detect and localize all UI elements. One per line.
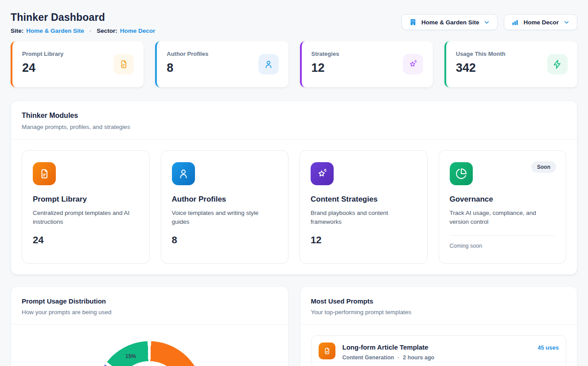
module-card-prompt-library[interactable]: Prompt Library Centralized prompt templa… (22, 150, 150, 264)
sparkle-star-icon (403, 54, 423, 74)
module-card-author-profiles[interactable]: Author Profiles Voice templates and writ… (161, 150, 289, 264)
module-count: 12 (311, 234, 417, 246)
most-used-prompts-card: Most Used Prompts Your top-performing pr… (300, 286, 578, 366)
stat-card-strategies: Strategies 12 (300, 41, 433, 87)
prompt-item-body: Long-form Article Template Content Gener… (343, 343, 435, 361)
coming-soon-text: Coming soon (450, 243, 556, 249)
chevron-down-icon (563, 19, 570, 26)
dashboard-page: Thinker Dashboard Site: Home & Garden Si… (0, 0, 588, 366)
usage-subtitle: How your prompts are being used (22, 309, 277, 315)
module-card-governance: Soon Governance Track AI usage, complian… (439, 150, 567, 264)
separator-dot: · (90, 27, 92, 34)
module-count: 8 (172, 234, 278, 246)
user-icon (258, 54, 279, 74)
prompt-time: 2 hours ago (403, 354, 434, 361)
module-description: Track AI usage, compliance, and version … (450, 209, 556, 227)
modules-panel-header: Thinker Modules Manage prompts, profiles… (11, 101, 577, 140)
usage-donut-chart: 15% (11, 325, 288, 366)
soon-badge: Soon (531, 161, 556, 173)
sector-selector-dropdown[interactable]: Home Decor (504, 14, 577, 30)
sector-label: Sector: (97, 27, 117, 34)
prompt-list: Long-form Article Template Content Gener… (300, 325, 577, 366)
donut-chart (96, 341, 203, 366)
modules-title: Thinker Modules (22, 112, 566, 120)
building-icon (409, 18, 417, 26)
breadcrumb: Site: Home & Garden Site · Sector: Home … (11, 27, 155, 34)
site-link[interactable]: Home & Garden Site (26, 27, 84, 34)
file-text-icon (319, 343, 335, 359)
header: Thinker Dashboard Site: Home & Garden Si… (11, 12, 577, 34)
stats-row: Prompt Library 24 Author Profiles 8 Stra… (11, 41, 577, 87)
site-selector-dropdown[interactable]: Home & Garden Site (401, 14, 498, 30)
prompt-uses-count: 45 uses (537, 344, 559, 351)
header-left: Thinker Dashboard Site: Home & Garden Si… (11, 12, 155, 34)
prompt-item-title: Long-form Article Template (343, 343, 435, 351)
divider (450, 235, 556, 236)
prompt-list-item[interactable]: Long-form Article Template Content Gener… (311, 335, 567, 366)
module-count: 24 (33, 234, 139, 246)
file-text-icon (113, 54, 134, 74)
stat-card-prompt-library: Prompt Library 24 (11, 41, 144, 87)
pie-chart-icon (450, 162, 473, 185)
site-label: Site: (11, 27, 23, 34)
file-text-icon (33, 162, 56, 185)
donut-hole (116, 361, 183, 366)
module-title: Prompt Library (33, 195, 139, 204)
donut-segment-label: 15% (125, 353, 136, 359)
stat-card-usage: Usage This Month 342 (444, 41, 577, 87)
stat-card-author-profiles: Author Profiles 8 (155, 41, 288, 87)
bottom-row: Prompt Usage Distribution How your promp… (11, 286, 577, 366)
module-title: Author Profiles (172, 195, 278, 204)
modules-panel: Thinker Modules Manage prompts, profiles… (11, 101, 577, 275)
module-title: Content Strategies (311, 195, 417, 204)
prompts-title: Most Used Prompts (311, 297, 567, 305)
bar-chart-icon (511, 19, 519, 26)
modules-subtitle: Manage prompts, profiles, and strategies (22, 124, 566, 130)
module-description: Centralized prompt templates and AI inst… (33, 209, 139, 227)
sector-link[interactable]: Home Decor (120, 27, 156, 34)
separator-dot: · (397, 354, 399, 361)
module-card-content-strategies[interactable]: Content Strategies Brand playbooks and c… (300, 150, 428, 264)
chevron-down-icon (483, 19, 490, 26)
modules-grid: Prompt Library Centralized prompt templa… (11, 140, 577, 274)
module-title: Governance (450, 195, 556, 204)
prompt-category: Content Generation (343, 354, 394, 361)
module-description: Brand playbooks and content frameworks (311, 209, 417, 227)
header-selectors: Home & Garden Site Home Decor (401, 14, 577, 30)
module-description: Voice templates and writing style guides (172, 209, 278, 227)
sector-selector-label: Home Decor (523, 19, 559, 26)
prompts-card-header: Most Used Prompts Your top-performing pr… (300, 287, 577, 325)
prompts-subtitle: Your top-performing prompt templates (311, 309, 567, 315)
usage-card-header: Prompt Usage Distribution How your promp… (11, 287, 288, 325)
page-title: Thinker Dashboard (11, 12, 155, 23)
usage-distribution-card: Prompt Usage Distribution How your promp… (11, 286, 288, 366)
site-selector-label: Home & Garden Site (421, 19, 479, 26)
sparkle-star-icon (311, 162, 334, 185)
zap-icon (547, 54, 568, 74)
prompt-item-meta: Content Generation · 2 hours ago (343, 354, 435, 361)
usage-title: Prompt Usage Distribution (22, 297, 277, 305)
user-icon (172, 162, 195, 185)
